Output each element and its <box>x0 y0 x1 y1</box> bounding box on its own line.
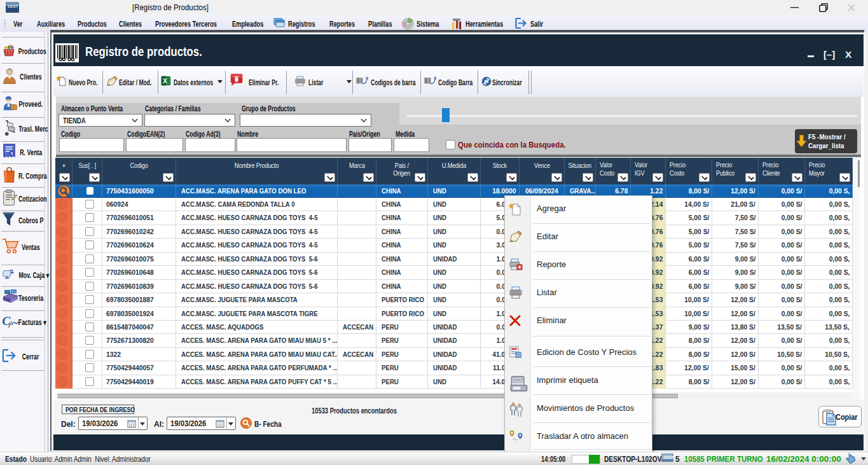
svg-text:X: X <box>163 78 167 85</box>
svg-text:GEST: GEST <box>8 4 18 8</box>
svg-text:GEST: GEST <box>664 455 674 459</box>
